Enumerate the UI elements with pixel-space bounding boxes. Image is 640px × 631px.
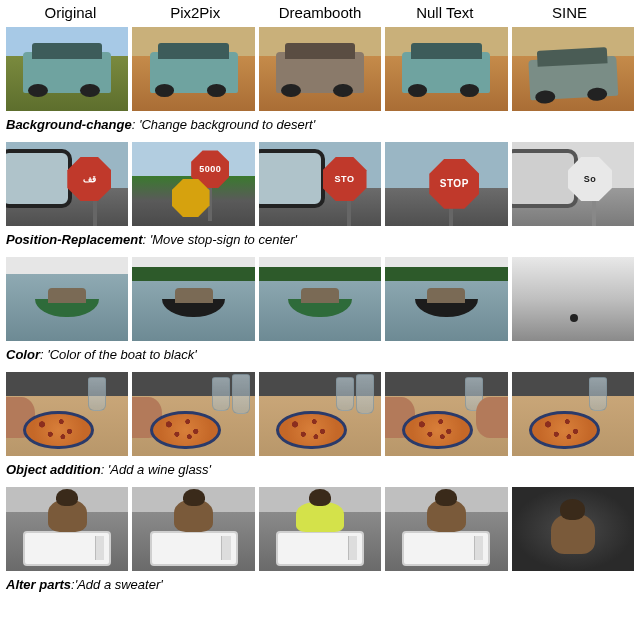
row-position-replacement: قف 5000 STO STOP So	[6, 142, 634, 226]
caption-prompt: 'Color of the boat to black'	[47, 347, 197, 362]
img-pix2pix	[132, 487, 254, 571]
img-original	[6, 487, 128, 571]
comparison-figure: Original Pix2Pix Dreambooth Null Text SI…	[6, 4, 634, 602]
caption-label: Object addition	[6, 462, 101, 477]
col-header-nulltext: Null Text	[382, 4, 507, 21]
img-nulltext	[385, 27, 507, 111]
img-pix2pix	[132, 257, 254, 341]
img-sine: So	[512, 142, 634, 226]
stop-sign: STO	[323, 157, 367, 201]
img-dreambooth	[259, 487, 381, 571]
img-dreambooth	[259, 27, 381, 111]
stop-sign: STOP	[429, 159, 479, 209]
caption-alter-parts: Alter parts:'Add a sweater'	[6, 573, 634, 602]
caption-prompt: 'Add a sweater'	[75, 577, 163, 592]
img-nulltext	[385, 372, 507, 456]
img-pix2pix: 5000	[132, 142, 254, 226]
img-sine	[512, 372, 634, 456]
img-pix2pix	[132, 372, 254, 456]
img-dreambooth: STO	[259, 142, 381, 226]
img-original	[6, 372, 128, 456]
stop-sign: قف	[67, 157, 111, 201]
img-original: قف	[6, 142, 128, 226]
img-nulltext: STOP	[385, 142, 507, 226]
col-header-original: Original	[8, 4, 133, 21]
img-sine	[512, 487, 634, 571]
img-sine	[512, 257, 634, 341]
col-header-sine: SINE	[507, 4, 632, 21]
column-headers: Original Pix2Pix Dreambooth Null Text SI…	[6, 4, 634, 27]
img-nulltext	[385, 257, 507, 341]
caption-label: Position-Replacement	[6, 232, 143, 247]
col-header-pix2pix: Pix2Pix	[133, 4, 258, 21]
row-alter-parts	[6, 487, 634, 571]
caption-prompt: 'Move stop-sign to center'	[150, 232, 297, 247]
img-original	[6, 27, 128, 111]
img-dreambooth	[259, 257, 381, 341]
row-object-addition	[6, 372, 634, 456]
caption-object-addition: Object addition: 'Add a wine glass'	[6, 458, 634, 487]
caption-prompt: 'Add a wine glass'	[108, 462, 211, 477]
caption-prompt: 'Change background to desert'	[139, 117, 315, 132]
img-original	[6, 257, 128, 341]
row-color	[6, 257, 634, 341]
img-pix2pix	[132, 27, 254, 111]
caption-background-change: Background-change: 'Change background to…	[6, 113, 634, 142]
row-background-change	[6, 27, 634, 111]
caption-label: Color	[6, 347, 40, 362]
caption-label: Background-change	[6, 117, 132, 132]
caption-position-replacement: Position-Replacement: 'Move stop-sign to…	[6, 228, 634, 257]
caption-label: Alter parts	[6, 577, 71, 592]
img-nulltext	[385, 487, 507, 571]
img-sine	[512, 27, 634, 111]
caption-color: Color: 'Color of the boat to black'	[6, 343, 634, 372]
img-dreambooth	[259, 372, 381, 456]
col-header-dreambooth: Dreambooth	[258, 4, 383, 21]
